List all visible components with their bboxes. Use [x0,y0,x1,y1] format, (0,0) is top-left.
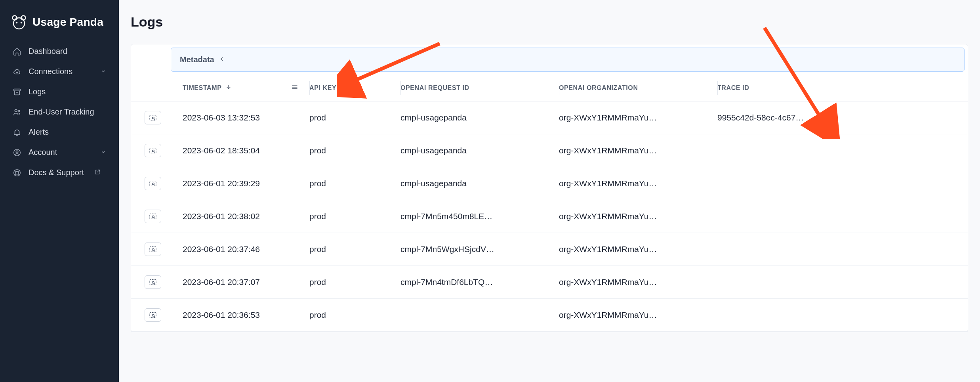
cell-timestamp: 2023-06-02 18:35:04 [175,136,309,165]
table-row[interactable]: 2023-06-02 18:35:04prodcmpl-usagepandaor… [131,134,968,167]
inspect-button[interactable] [145,275,161,289]
inspect-button[interactable] [145,308,161,322]
home-icon [13,47,21,56]
column-menu-icon[interactable] [291,84,298,92]
sidebar: Usage Panda DashboardConnectionsLogsEnd-… [0,0,119,382]
table-row[interactable]: 2023-06-01 20:37:07prodcmpl-7Mn4tmDf6LbT… [131,266,968,299]
sort-desc-icon [225,84,232,92]
column-header-api-key[interactable]: API KEY [309,76,400,100]
table-row[interactable]: 2023-06-03 13:32:53prodcmpl-usagepandaor… [131,101,968,134]
logs-table: Metadata TIMESTAMP API KEY OPENAI REQUES… [131,44,968,332]
svg-point-6 [15,109,17,112]
sidebar-item-account[interactable]: Account [6,142,113,162]
inspect-button[interactable] [145,111,161,124]
cell-api-key: prod [309,169,400,198]
cell-trace-id [717,273,860,292]
row-actions [131,233,175,265]
cell-api-key: prod [309,103,400,132]
svg-point-4 [21,22,23,24]
row-actions [131,266,175,298]
cell-api-key: prod [309,136,400,165]
sidebar-item-label: Logs [29,87,46,96]
sidebar-item-dashboard[interactable]: Dashboard [6,41,113,61]
sidebar-item-docs-support[interactable]: Docs & Support [6,162,113,183]
inspect-button[interactable] [145,177,161,190]
svg-point-2 [13,18,25,29]
metadata-collapse-bar[interactable]: Metadata [171,48,965,72]
sidebar-item-label: End-User Tracking [29,107,94,117]
svg-rect-16 [150,181,156,186]
column-header-actions [131,79,175,97]
svg-rect-24 [150,313,156,318]
cell-request-id [400,306,559,325]
inspect-button[interactable] [145,144,161,157]
cell-organization: org-XWxY1RMMRmaYu… [559,169,717,198]
panda-logo-icon [11,14,27,30]
table-body: 2023-06-03 13:32:53prodcmpl-usagepandaor… [131,101,968,332]
sidebar-item-label: Docs & Support [29,168,84,177]
svg-rect-14 [150,148,156,153]
sidebar-item-connections[interactable]: Connections [6,61,113,82]
external-link-icon [94,168,101,177]
cell-trace-id [717,174,860,193]
cell-trace-id: 9955c42d-58ec-4c67… [717,103,860,132]
row-actions [131,200,175,233]
cell-request-id: cmpl-7Mn5WgxHSjcdV… [400,235,559,264]
sidebar-item-alerts[interactable]: Alerts [6,122,113,142]
inspect-button[interactable] [145,243,161,256]
column-header-timestamp[interactable]: TIMESTAMP [175,75,309,101]
cell-trace-id [717,141,860,160]
table-row[interactable]: 2023-06-01 20:38:02prodcmpl-7Mn5m450m8LE… [131,200,968,233]
brand: Usage Panda [0,8,119,41]
column-header-organization[interactable]: OPENAI ORGANIZATION [559,76,717,100]
chevron-left-icon [219,56,225,63]
table-row[interactable]: 2023-06-01 20:36:53prodorg-XWxY1RMMRmaYu… [131,299,968,332]
svg-rect-5 [14,89,21,91]
cell-organization: org-XWxY1RMMRmaYu… [559,235,717,264]
bell-icon [13,128,21,137]
row-actions [131,299,175,331]
nav-list: DashboardConnectionsLogsEnd-User Trackin… [0,41,119,183]
cell-request-id: cmpl-usagepanda [400,136,559,165]
cell-trace-id [717,207,860,226]
sidebar-item-end-user-tracking[interactable]: End-User Tracking [6,102,113,122]
row-actions [131,134,175,167]
table-row[interactable]: 2023-06-01 20:37:46prodcmpl-7Mn5WgxHSjcd… [131,233,968,266]
sidebar-item-logs[interactable]: Logs [6,82,113,102]
cell-timestamp: 2023-06-01 20:37:07 [175,268,309,296]
cell-api-key: prod [309,301,400,329]
cell-organization: org-XWxY1RMMRmaYu… [559,268,717,296]
column-header-trace-id[interactable]: TRACE ID [717,76,860,100]
user-circle-icon [13,148,21,157]
sidebar-item-label: Connections [29,67,72,76]
table-header-row: TIMESTAMP API KEY OPENAI REQUEST ID OPEN… [131,75,968,101]
row-actions [131,101,175,134]
inspect-button[interactable] [145,210,161,223]
main-content: Logs Metadata TIMESTAMP API KEY OPENAI R… [119,0,980,382]
cell-organization: org-XWxY1RMMRmaYu… [559,202,717,231]
sidebar-item-label: Alerts [29,128,49,137]
table-row[interactable]: 2023-06-01 20:39:29prodcmpl-usagepandaor… [131,167,968,200]
users-icon [13,108,21,117]
column-header-request-id[interactable]: OPENAI REQUEST ID [400,76,559,100]
cell-timestamp: 2023-06-01 20:36:53 [175,301,309,329]
cell-api-key: prod [309,202,400,231]
cell-trace-id [717,306,860,325]
cell-timestamp: 2023-06-03 13:32:53 [175,103,309,132]
chevron-down-icon [101,67,106,76]
cell-timestamp: 2023-06-01 20:39:29 [175,169,309,198]
row-actions [131,167,175,200]
cell-request-id: cmpl-usagepanda [400,103,559,132]
cell-trace-id [717,240,860,259]
cell-organization: org-XWxY1RMMRmaYu… [559,103,717,132]
life-ring-icon [13,168,21,177]
svg-point-11 [15,171,18,174]
cell-timestamp: 2023-06-01 20:38:02 [175,202,309,231]
svg-point-3 [16,22,18,24]
chevron-down-icon [101,148,106,157]
svg-rect-20 [150,247,156,252]
cell-request-id: cmpl-7Mn4tmDf6LbTQ… [400,268,559,296]
cell-api-key: prod [309,268,400,296]
metadata-label: Metadata [180,55,214,64]
cell-organization: org-XWxY1RMMRmaYu… [559,136,717,165]
